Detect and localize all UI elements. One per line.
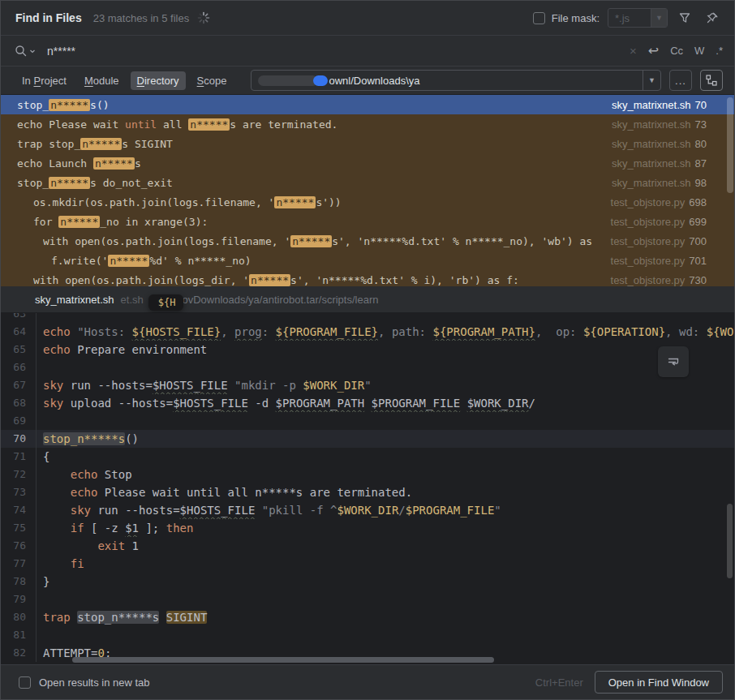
redacted-path-segment	[258, 75, 318, 86]
project-structure-button[interactable]	[700, 70, 723, 91]
line-number: 71	[1, 448, 37, 466]
code-line[interactable]: 81	[1, 626, 734, 644]
line-number: 74	[1, 501, 37, 519]
tab-module[interactable]: Module	[78, 71, 126, 90]
open-results-new-tab-checkbox[interactable]	[19, 676, 31, 689]
result-file-ref: test_objstore.py698	[595, 196, 707, 208]
file-mask-label: File mask:	[552, 12, 600, 24]
code-text	[37, 412, 734, 430]
match-highlight: n*****	[49, 99, 90, 111]
tab-directory[interactable]: Directory	[131, 71, 186, 90]
result-file-ref: sky_matrixnet.sh98	[595, 177, 707, 189]
preview-header: sky_matrixnet.sh et.sh ${H ovDownloads/y…	[1, 286, 734, 313]
browse-directory-button[interactable]: ...	[669, 70, 692, 91]
redacted-path-segment	[313, 75, 328, 86]
results-scrollbar[interactable]	[727, 97, 733, 193]
code-line[interactable]: 71{	[1, 448, 734, 466]
code-line[interactable]: 73 echo Please wait until all n*****s ar…	[1, 483, 734, 501]
result-row[interactable]: with open(os.path.join(logs.filename, 'n…	[1, 231, 734, 251]
results-list: stop_n*****s()sky_matrixnet.sh70echo Ple…	[1, 95, 734, 286]
result-row[interactable]: echo Please wait until all n*****s are t…	[1, 114, 734, 134]
line-number: 80	[1, 608, 37, 626]
match-highlight: n*****	[188, 118, 230, 131]
search-bar[interactable]: n***** × ↩ Cc W .*	[1, 35, 734, 66]
open-results-new-tab-label: Open results in new tab	[39, 676, 150, 689]
match-highlight: n*****	[290, 235, 332, 247]
result-row[interactable]: echo Launch n*****ssky_matrixnet.sh87	[1, 153, 734, 173]
code-line[interactable]: 66	[1, 359, 734, 376]
code-line[interactable]: 65echo Prepare environment	[1, 341, 734, 359]
filter-button[interactable]	[674, 7, 695, 28]
soft-wrap-button[interactable]	[658, 346, 689, 377]
result-row[interactable]: with open(os.path.join(logs_dir, 'n*****…	[1, 270, 734, 286]
hover-tooltip: ${H	[148, 294, 184, 311]
editor-lines: 6364echo "Hosts: ${HOSTS_FILE}, prog: ${…	[1, 313, 734, 662]
code-line[interactable]: 67sky run --hosts=$HOSTS_FILE "mkdir -p …	[1, 376, 734, 394]
code-line[interactable]: 76 exit 1	[1, 537, 734, 555]
result-file-ref: test_objstore.py699	[595, 216, 707, 228]
result-row[interactable]: stop_n*****s()sky_matrixnet.sh70	[1, 95, 734, 114]
code-text: }	[37, 573, 734, 590]
code-line[interactable]: 74 sky run --hosts=$HOSTS_FILE "pkill -f…	[1, 501, 734, 519]
code-text	[37, 359, 734, 376]
line-number: 79	[1, 590, 37, 608]
editor-vertical-scrollbar[interactable]	[727, 504, 733, 578]
result-row[interactable]: os.mkdir(os.path.join(logs.filename, 'n*…	[1, 192, 734, 212]
code-line[interactable]: 70stop_n*****s()	[1, 430, 734, 448]
result-row[interactable]: trap stop_n*****s SIGINTsky_matrixnet.sh…	[1, 134, 734, 153]
clear-search-icon[interactable]: ×	[630, 44, 637, 58]
result-file-ref: test_objstore.py701	[595, 255, 707, 267]
editor-horizontal-scrollbar[interactable]	[72, 657, 494, 663]
code-text: sky run --hosts=$HOSTS_FILE "pkill -f ^$…	[37, 501, 734, 519]
code-line[interactable]: 80trap stop_n*****s SIGINT	[1, 608, 734, 626]
line-number: 76	[1, 537, 37, 555]
code-line[interactable]: 75 if [ -z $1 ]; then	[1, 519, 734, 537]
code-text: fi	[37, 555, 734, 573]
file-mask-checkbox[interactable]	[533, 12, 545, 24]
code-line[interactable]: 77 fi	[1, 555, 734, 573]
result-text: with open(os.path.join(logs_dir, 'n*****…	[33, 274, 595, 286]
whole-words-toggle[interactable]: W	[694, 45, 704, 57]
result-row[interactable]: stop_n*****s do_not_exitsky_matrixnet.sh…	[1, 173, 734, 192]
code-line[interactable]: 63	[1, 313, 734, 323]
match-highlight: n*****	[274, 196, 316, 208]
newline-toggle-icon[interactable]: ↩	[648, 43, 659, 58]
pin-button[interactable]	[702, 7, 723, 28]
search-history-chevron-icon[interactable]	[29, 48, 36, 54]
line-number: 77	[1, 555, 37, 573]
result-text: stop_n*****s()	[17, 99, 595, 111]
result-row[interactable]: f.write('n*****%d' % n*****_no)test_objs…	[1, 251, 734, 270]
line-number: 67	[1, 376, 37, 394]
result-text: for n*****_no in xrange(3):	[33, 216, 595, 228]
code-text: echo Please wait until all n*****s are t…	[37, 483, 734, 501]
chevron-down-icon[interactable]: ▼	[651, 9, 667, 27]
search-input[interactable]: n*****	[47, 45, 630, 58]
code-line[interactable]: 69	[1, 412, 734, 430]
code-preview-editor[interactable]: 6364echo "Hosts: ${HOSTS_FILE}, prog: ${…	[1, 313, 734, 664]
match-highlight: n*****	[249, 274, 290, 286]
tab-in-project[interactable]: In Project	[15, 71, 73, 90]
result-row[interactable]: for n*****_no in xrange(3):test_objstore…	[1, 212, 734, 231]
code-line[interactable]: 68sky upload --hosts=$HOSTS_FILE -d $PRO…	[1, 394, 734, 412]
tab-scope[interactable]: Scope	[191, 71, 234, 90]
chevron-down-icon[interactable]: ▼	[643, 71, 660, 90]
shortcut-hint: Ctrl+Enter	[535, 676, 583, 689]
code-line[interactable]: 78}	[1, 573, 734, 590]
scope-tabs: In ProjectModuleDirectoryScope	[15, 71, 233, 90]
scope-options-row: In ProjectModuleDirectoryScope ownl/Down…	[1, 66, 734, 95]
pin-icon	[706, 11, 719, 24]
file-mask-combo[interactable]: *.js ▼	[608, 8, 668, 28]
regex-toggle[interactable]: .*	[716, 45, 723, 57]
code-text: sky upload --hosts=$HOSTS_FILE -d $PROGR…	[37, 394, 734, 412]
open-in-find-window-button[interactable]: Open in Find Window	[595, 671, 723, 694]
preview-filename-ghost: et.sh	[121, 294, 144, 306]
match-case-toggle[interactable]: Cc	[670, 45, 683, 57]
file-mask-value: *.js	[608, 12, 651, 24]
find-in-files-dialog: Find in Files 23 matches in 5 files File…	[0, 0, 735, 700]
code-line[interactable]: 79	[1, 590, 734, 608]
directory-path-combo[interactable]: ownl/Downloads\ya ▼	[251, 70, 661, 91]
result-text: echo Launch n*****s	[17, 157, 595, 170]
code-line[interactable]: 64echo "Hosts: ${HOSTS_FILE}, prog: ${PR…	[1, 323, 734, 341]
preview-filename: sky_matrixnet.sh	[35, 294, 114, 306]
code-line[interactable]: 72 echo Stop	[1, 466, 734, 483]
